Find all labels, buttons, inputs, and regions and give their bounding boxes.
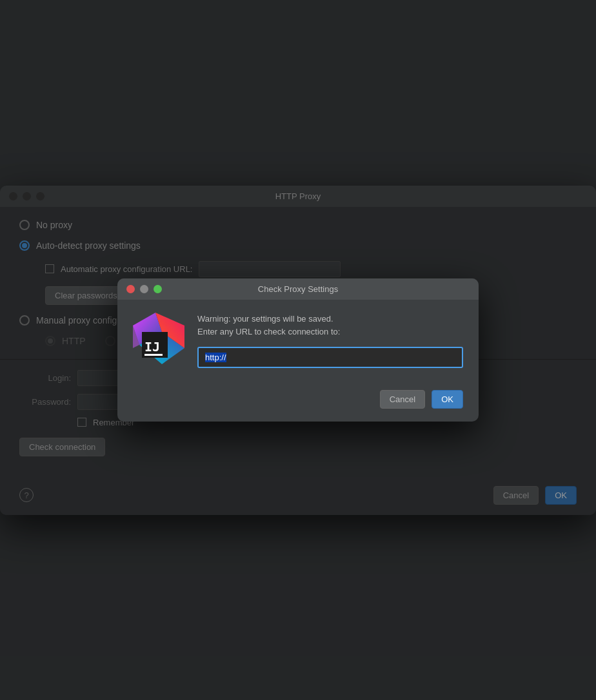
dialog-cancel-button[interactable]: Cancel <box>380 390 425 409</box>
intellij-logo-icon: IJ <box>133 313 184 364</box>
dialog-maximize-light[interactable] <box>154 285 162 293</box>
dialog-ok-button[interactable]: OK <box>432 390 463 409</box>
dialog-minimize-light[interactable] <box>140 285 148 293</box>
check-proxy-dialog: Check Proxy Settings <box>117 278 479 422</box>
svg-text:IJ: IJ <box>144 339 160 355</box>
dialog-footer: Cancel OK <box>117 381 479 422</box>
overlay-backdrop: Check Proxy Settings <box>0 0 596 700</box>
dialog-url-input[interactable] <box>197 347 463 368</box>
dialog-body: IJ Warning: your settings will be saved.… <box>117 300 479 381</box>
dialog-warning-text: Warning: your settings will be saved. En… <box>197 313 463 338</box>
dialog-content: Warning: your settings will be saved. En… <box>197 313 463 368</box>
svg-rect-6 <box>144 354 163 356</box>
dialog-close-light[interactable] <box>126 285 135 293</box>
dialog-title: Check Proxy Settings <box>258 284 338 294</box>
dialog-titlebar: Check Proxy Settings <box>117 278 479 300</box>
